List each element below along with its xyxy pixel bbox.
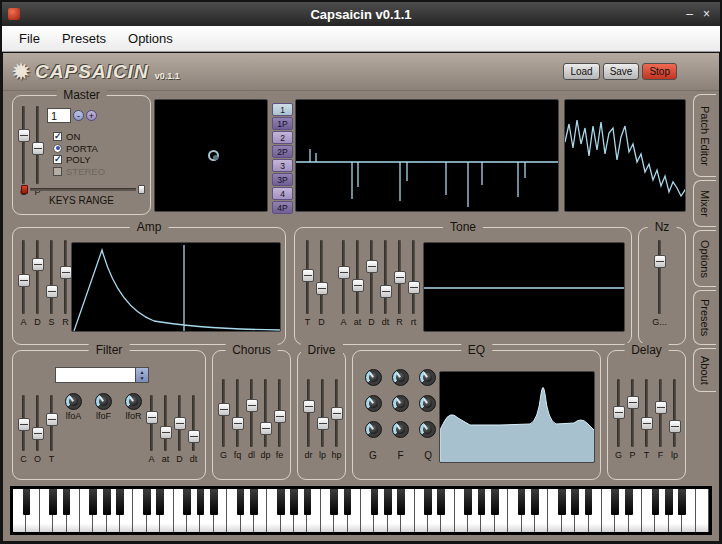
voice-button-3[interactable]: 3: [272, 159, 293, 172]
slider-G...[interactable]: [653, 238, 666, 316]
eq-knob[interactable]: [419, 369, 436, 386]
piano-black-key[interactable]: [585, 489, 593, 515]
slider-dl[interactable]: [245, 377, 258, 449]
slider-thumb[interactable]: [32, 427, 44, 440]
voice-button-4[interactable]: 4: [272, 187, 293, 200]
slider-C[interactable]: [17, 393, 30, 453]
tab-options[interactable]: Options: [693, 230, 716, 287]
voice-increment-button[interactable]: +: [86, 110, 97, 121]
slider-fq[interactable]: [231, 377, 244, 449]
slider-thumb[interactable]: [32, 258, 44, 271]
slider-fe[interactable]: [273, 377, 286, 449]
piano-black-key[interactable]: [611, 489, 619, 515]
voice-bar-display[interactable]: [295, 99, 559, 212]
piano-black-key[interactable]: [103, 489, 111, 515]
slider-thumb[interactable]: [394, 271, 406, 284]
voice-button-2P[interactable]: 2P: [272, 145, 293, 158]
piano-black-key[interactable]: [665, 489, 673, 515]
checkbox-on-icon[interactable]: [53, 132, 62, 141]
eq-knob[interactable]: [365, 421, 382, 438]
eq-knob[interactable]: [419, 421, 436, 438]
slider-thumb[interactable]: [316, 282, 328, 295]
piano-black-key[interactable]: [49, 489, 57, 515]
minimize-button[interactable]: –: [686, 8, 693, 20]
slider-thumb[interactable]: [338, 266, 350, 279]
option-porta[interactable]: PORTA: [53, 143, 105, 155]
piano-black-key[interactable]: [384, 489, 392, 515]
piano-black-key[interactable]: [678, 489, 686, 515]
slider-A[interactable]: [17, 238, 30, 316]
slider-thumb[interactable]: [174, 417, 186, 430]
slider-thumb[interactable]: [331, 407, 343, 420]
piano-black-key[interactable]: [558, 489, 566, 515]
keys-range-high-handle[interactable]: [138, 185, 145, 194]
slider-S[interactable]: [45, 238, 58, 316]
knob-lfoF[interactable]: [95, 393, 112, 410]
slider-G[interactable]: [217, 377, 230, 449]
slider-A[interactable]: [145, 393, 158, 453]
slider-hp[interactable]: [330, 377, 343, 449]
slider-D[interactable]: [315, 238, 328, 316]
eq-knob[interactable]: [365, 395, 382, 412]
keys-range-low-handle[interactable]: [21, 185, 28, 194]
slider-P[interactable]: [31, 104, 44, 186]
slider-thumb[interactable]: [46, 285, 58, 298]
filter-preset-select[interactable]: ▲ ▼: [55, 367, 149, 383]
slider-rt[interactable]: [407, 238, 420, 316]
piano-black-key[interactable]: [210, 489, 218, 515]
slider-G[interactable]: [17, 104, 30, 186]
piano-black-key[interactable]: [371, 489, 379, 515]
slider-dr[interactable]: [302, 377, 315, 449]
piano-black-key[interactable]: [237, 489, 245, 515]
piano-black-key[interactable]: [23, 489, 31, 515]
slider-thumb[interactable]: [655, 401, 667, 414]
slider-T[interactable]: [640, 377, 653, 449]
voice-button-2[interactable]: 2: [272, 131, 293, 144]
voice-count-value[interactable]: 1: [47, 108, 71, 123]
slider-D[interactable]: [365, 238, 378, 316]
piano-black-key[interactable]: [424, 489, 432, 515]
menu-file[interactable]: File: [8, 28, 51, 49]
slider-thumb[interactable]: [366, 260, 378, 273]
slider-thumb[interactable]: [627, 396, 639, 409]
knob-lfoA[interactable]: [65, 393, 82, 410]
slider-thumb[interactable]: [654, 255, 666, 268]
slider-P[interactable]: [626, 377, 639, 449]
slider-T[interactable]: [45, 393, 58, 453]
slider-thumb[interactable]: [408, 281, 420, 294]
piano-black-key[interactable]: [397, 489, 405, 515]
slider-thumb[interactable]: [260, 422, 272, 435]
slider-thumb[interactable]: [669, 420, 681, 433]
piano-black-key[interactable]: [183, 489, 191, 515]
slider-lp[interactable]: [316, 377, 329, 449]
piano-black-key[interactable]: [116, 489, 124, 515]
option-on[interactable]: ON: [53, 131, 105, 143]
slider-dt[interactable]: [187, 393, 200, 453]
menu-presets[interactable]: Presets: [51, 28, 117, 49]
piano-black-key[interactable]: [197, 489, 205, 515]
slider-thumb[interactable]: [232, 417, 244, 430]
piano-black-key[interactable]: [344, 489, 352, 515]
voice-button-1[interactable]: 1: [272, 103, 293, 116]
tab-patch-editor[interactable]: Patch Editor: [693, 94, 716, 177]
knob-lfoR[interactable]: [125, 393, 142, 410]
tab-presets[interactable]: Presets: [693, 290, 716, 345]
slider-thumb[interactable]: [303, 400, 315, 413]
slider-thumb[interactable]: [613, 406, 625, 419]
slider-T[interactable]: [301, 238, 314, 316]
piano-black-key[interactable]: [518, 489, 526, 515]
option-poly[interactable]: POLY: [53, 154, 105, 166]
slider-thumb[interactable]: [274, 410, 286, 423]
spin-down-icon[interactable]: ▼: [140, 375, 145, 381]
piano-black-key[interactable]: [491, 489, 499, 515]
slider-thumb[interactable]: [317, 417, 329, 430]
tab-about[interactable]: About: [693, 348, 716, 392]
piano-white-key[interactable]: [696, 489, 709, 532]
slider-thumb[interactable]: [302, 269, 314, 282]
tab-mixer[interactable]: Mixer: [693, 180, 716, 227]
slider-thumb[interactable]: [18, 274, 30, 287]
eq-knob[interactable]: [392, 369, 409, 386]
slider-R[interactable]: [393, 238, 406, 316]
slider-thumb[interactable]: [188, 430, 200, 443]
slider-thumb[interactable]: [641, 417, 653, 430]
